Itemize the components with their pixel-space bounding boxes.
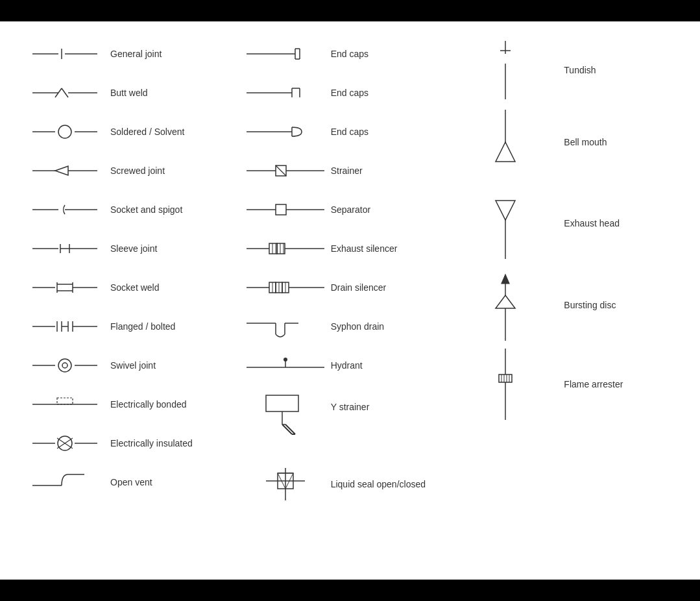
- label-syphon-drain: Syphon drain: [331, 321, 461, 332]
- symbol-flanged-bolted: [19, 317, 110, 336]
- svg-point-34: [58, 359, 71, 372]
- symbol-general-joint: [19, 44, 110, 64]
- label-flame-arrester: Flame arrester: [564, 379, 681, 389]
- label-bursting-disc: Bursting disc: [564, 300, 681, 310]
- symbol-bell-mouth: [460, 110, 551, 175]
- item-swivel-joint: Swivel joint: [19, 346, 240, 385]
- symbol-soldered: [19, 122, 110, 141]
- item-hydrant: Hydrant: [240, 346, 461, 385]
- column-2: End caps End caps: [240, 34, 461, 567]
- label-electrically-insulated: Electrically insulated: [110, 438, 240, 448]
- item-butt-weld: Butt weld: [19, 73, 240, 112]
- symbol-sleeve-joint: [19, 239, 110, 258]
- column-1: General joint Butt weld: [19, 34, 240, 567]
- item-drain-silencer: Drain silencer: [240, 268, 461, 307]
- svg-rect-38: [57, 398, 73, 404]
- item-flanged-bolted: Flanged / bolted: [19, 307, 240, 346]
- item-socket-spigot: Socket and spigot: [19, 190, 240, 229]
- item-open-vent: Open vent: [19, 463, 240, 502]
- label-socket-spigot: Socket and spigot: [110, 204, 240, 215]
- label-tundish: Tundish: [564, 65, 681, 75]
- symbol-socket-weld: [19, 278, 110, 297]
- label-hydrant: Hydrant: [331, 360, 461, 371]
- item-flame-arrester: Flame arrester: [460, 345, 681, 424]
- label-exhaust-silencer: Exhaust silencer: [331, 243, 461, 254]
- item-syphon-drain: Syphon drain: [240, 307, 461, 346]
- item-separator: Separator: [240, 190, 461, 229]
- symbol-butt-weld: [19, 83, 110, 103]
- label-strainer: Strainer: [331, 166, 461, 176]
- label-liquid-seal: Liquid seal open/closed: [331, 479, 461, 489]
- label-open-vent: Open vent: [110, 477, 240, 487]
- symbol-screwed-joint: [19, 161, 110, 180]
- svg-point-35: [62, 363, 67, 368]
- symbol-end-cap-3: [240, 122, 331, 141]
- symbol-bursting-disc: [460, 269, 551, 341]
- symbol-tundish: [460, 41, 551, 99]
- label-y-strainer: Y strainer: [331, 389, 461, 412]
- item-end-cap-1: End caps: [240, 34, 461, 73]
- item-empty-2: [240, 445, 461, 458]
- item-exhaust-silencer: Exhaust silencer: [240, 229, 461, 268]
- symbol-open-vent: [19, 469, 110, 495]
- main-container: General joint Butt weld: [0, 21, 700, 580]
- item-end-cap-3: End caps: [240, 112, 461, 151]
- symbol-socket-spigot: [19, 200, 110, 219]
- label-sleeve-joint: Sleeve joint: [110, 243, 240, 254]
- svg-point-8: [58, 125, 71, 138]
- svg-rect-87: [266, 395, 298, 411]
- svg-rect-109: [499, 374, 512, 382]
- item-bell-mouth: Bell mouth: [460, 103, 681, 181]
- symbol-hydrant: [240, 354, 331, 377]
- item-electrically-insulated: Electrically insulated: [19, 424, 240, 463]
- symbol-flame-arrester: [460, 349, 551, 420]
- column-3: Tundish Bell mouth: [460, 34, 681, 567]
- item-exhaust-head: Exhaust head: [460, 181, 681, 265]
- item-end-cap-2: End caps: [240, 73, 461, 112]
- symbol-syphon-drain: [240, 313, 331, 339]
- symbol-end-cap-1: [240, 44, 331, 64]
- label-swivel-joint: Swivel joint: [110, 360, 240, 371]
- item-electrically-bonded: Electrically bonded: [19, 385, 240, 424]
- symbol-strainer: [240, 161, 331, 180]
- item-y-strainer: Y strainer: [240, 385, 461, 445]
- symbol-liquid-seal: [240, 461, 331, 507]
- item-soldered: Soldered / Solvent: [19, 112, 240, 151]
- item-screwed-joint: Screwed joint: [19, 151, 240, 190]
- label-drain-silencer: Drain silencer: [331, 282, 461, 293]
- item-tundish: Tundish: [460, 34, 681, 103]
- svg-rect-62: [276, 204, 286, 215]
- symbol-drain-silencer: [240, 278, 331, 297]
- symbol-swivel-joint: [19, 356, 110, 375]
- label-electrically-bonded: Electrically bonded: [110, 399, 240, 410]
- label-separator: Separator: [331, 204, 461, 215]
- label-bell-mouth: Bell mouth: [564, 137, 681, 147]
- item-bursting-disc: Bursting disc: [460, 265, 681, 345]
- symbol-y-strainer: [240, 389, 331, 441]
- item-liquid-seal: Liquid seal open/closed: [240, 458, 461, 511]
- item-strainer: Strainer: [240, 151, 461, 190]
- label-screwed-joint: Screwed joint: [110, 166, 240, 176]
- label-flanged-bolted: Flanged / bolted: [110, 321, 240, 332]
- label-general-joint: General joint: [110, 49, 240, 59]
- label-exhaust-head: Exhaust head: [564, 218, 681, 228]
- svg-line-58: [276, 166, 286, 176]
- svg-point-86: [284, 358, 287, 362]
- label-soldered: Soldered / Solvent: [110, 127, 240, 137]
- svg-line-5: [62, 88, 68, 97]
- item-sleeve-joint: Sleeve joint: [19, 229, 240, 268]
- label-socket-weld: Socket weld: [110, 282, 240, 293]
- symbol-exhaust-silencer: [240, 239, 331, 258]
- symbol-electrically-insulated: [19, 434, 110, 453]
- label-end-cap-3: End caps: [331, 127, 461, 137]
- label-butt-weld: Butt weld: [110, 88, 240, 98]
- svg-marker-105: [496, 295, 515, 308]
- svg-marker-107: [501, 275, 509, 284]
- symbol-end-cap-2: [240, 83, 331, 103]
- item-general-joint: General joint: [19, 34, 240, 73]
- symbol-exhaust-head: [460, 188, 551, 259]
- symbol-electrically-bonded: [19, 395, 110, 414]
- svg-marker-101: [496, 142, 515, 162]
- svg-marker-102: [496, 201, 515, 220]
- svg-marker-11: [55, 166, 68, 175]
